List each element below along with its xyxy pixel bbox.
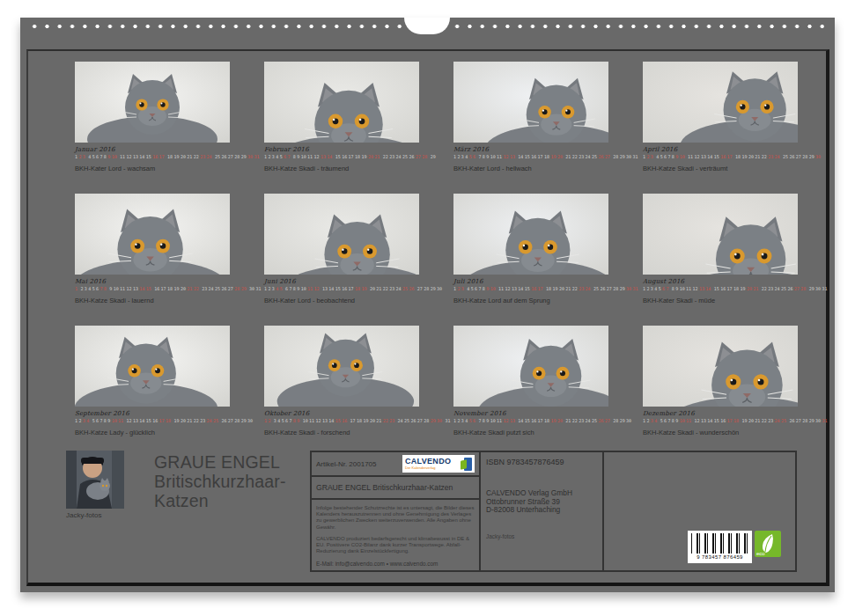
- cat-illustration: [264, 326, 419, 407]
- day-number: 5: [659, 286, 661, 291]
- title-line-3: Katzen: [154, 491, 286, 510]
- day-number: 6: [664, 418, 667, 423]
- month-label: Februar 2016: [264, 146, 419, 153]
- day-number: 12: [314, 286, 320, 291]
- day-number: 17: [349, 286, 354, 291]
- spiral-binding-holes-right: [451, 24, 824, 29]
- day-number: 26: [789, 418, 794, 423]
- day-number: 6: [284, 154, 286, 159]
- cat-illustration: [75, 62, 230, 143]
- day-number: 26: [221, 286, 226, 291]
- day-number: 13: [701, 418, 706, 423]
- day-number: 24: [586, 286, 591, 291]
- day-number: 13: [133, 286, 138, 291]
- day-number: 19: [173, 154, 179, 159]
- day-number: 21: [565, 154, 571, 159]
- day-number: 6: [473, 154, 475, 159]
- day-number: 28: [234, 286, 240, 291]
- day-number: 5: [660, 154, 663, 159]
- day-number: 10: [490, 286, 496, 291]
- day-number: 31: [633, 286, 638, 291]
- day-number: 5: [469, 418, 472, 423]
- day-number: 2: [80, 286, 83, 291]
- month-cell: Februar 2016 123456789101112131415161718…: [264, 62, 419, 172]
- day-number: 12: [693, 286, 698, 291]
- cat-illustration: [264, 194, 419, 275]
- mini-calendar-strip: Januar 2016 1234567891011121314151617181…: [75, 146, 230, 159]
- day-number: 14: [705, 286, 711, 291]
- day-number: 25: [592, 154, 597, 159]
- title-line-2: Britischkurzhaar-: [154, 472, 286, 491]
- day-number: 4: [654, 286, 657, 291]
- day-number: 26: [410, 418, 416, 423]
- day-number: 1: [75, 286, 77, 291]
- mini-calendar-strip: Juni 2016 123456789101112131415161718192…: [264, 278, 419, 291]
- day-number: 23: [768, 286, 773, 291]
- day-number: 16: [531, 154, 536, 159]
- publisher-city: D-82008 Unterhaching: [486, 506, 597, 515]
- day-number: 29: [809, 154, 814, 159]
- day-number: 16: [342, 418, 347, 423]
- day-number: 24: [207, 418, 212, 423]
- day-number: 25: [402, 286, 408, 291]
- day-number: 16: [152, 154, 158, 159]
- day-number: 8: [483, 154, 485, 159]
- day-number: 5: [282, 418, 284, 423]
- day-number: 12: [695, 154, 700, 159]
- day-numbers-row: 1234567891011121314151617181920212223242…: [75, 154, 230, 159]
- cat-photo: [453, 326, 608, 407]
- day-number: 16: [342, 286, 347, 291]
- contact-line: E-Mail: info@calvendo.com • www.calvendo…: [316, 561, 475, 567]
- day-number: 17: [727, 286, 733, 291]
- product-title: GRAUE ENGEL Britischkurzhaar-Katzen: [316, 483, 453, 492]
- day-number: 28: [424, 418, 429, 423]
- day-number: 3: [274, 418, 276, 423]
- day-number: 19: [173, 286, 179, 291]
- mini-calendar-strip: September 2016 1234567891011121314151617…: [75, 410, 230, 423]
- info-column-product: Artikel-Nr. 2001705 CALVENDO Der Kalende…: [312, 452, 479, 570]
- day-number: 20: [368, 154, 373, 159]
- day-number: 4: [88, 286, 91, 291]
- day-number: 21: [187, 418, 192, 423]
- day-number: 11: [120, 286, 125, 291]
- month-cell: Juli 2016 123456789101112131415161718192…: [453, 194, 608, 304]
- day-number: 8: [104, 154, 107, 159]
- day-number: 5: [92, 418, 95, 423]
- day-number: 19: [552, 286, 557, 291]
- photographer-portrait-graphic: [66, 451, 124, 509]
- ean-barcode: 9 783457 876459: [688, 531, 752, 563]
- day-number: 2: [646, 418, 649, 423]
- day-number: 1: [75, 418, 77, 423]
- day-number: 6: [662, 286, 665, 291]
- day-number: 17: [727, 418, 733, 423]
- month-cell: September 2016 1234567891011121314151617…: [75, 326, 230, 436]
- day-number: 7: [100, 418, 102, 423]
- day-number: 10: [680, 154, 685, 159]
- day-number: 6: [96, 154, 99, 159]
- day-number: 3: [461, 154, 464, 159]
- day-number: 15: [335, 418, 341, 423]
- publisher-address: CALVENDO Verlag GmbH Ottobrunner Straße …: [486, 489, 597, 515]
- cat-photo: [453, 62, 608, 143]
- day-number: 18: [355, 154, 360, 159]
- day-numbers-row: 1234567891011121314151617181920212223242…: [643, 286, 798, 291]
- day-number: 7: [289, 286, 291, 291]
- day-number: 25: [592, 418, 597, 423]
- day-number: 27: [417, 286, 423, 291]
- day-number: 3: [651, 154, 653, 159]
- day-number: 5: [92, 286, 95, 291]
- day-number: 23: [389, 418, 394, 423]
- day-number: 3: [461, 418, 464, 423]
- day-number: 23: [579, 286, 584, 291]
- month-cell: Mai 2016 1234567891011121314151617181920…: [75, 194, 230, 304]
- day-number: 27: [228, 418, 233, 423]
- cat-illustration: [643, 326, 798, 407]
- day-number: 11: [686, 418, 691, 423]
- day-number: 21: [565, 286, 571, 291]
- day-number: 14: [139, 286, 144, 291]
- day-number: 3: [651, 418, 653, 423]
- day-number: 16: [531, 418, 536, 423]
- day-number: 14: [707, 154, 712, 159]
- product-photo-background: Januar 2016 1234567891011121314151617181…: [0, 0, 855, 616]
- calendar-title: GRAUE ENGEL Britischkurzhaar- Katzen: [154, 452, 286, 510]
